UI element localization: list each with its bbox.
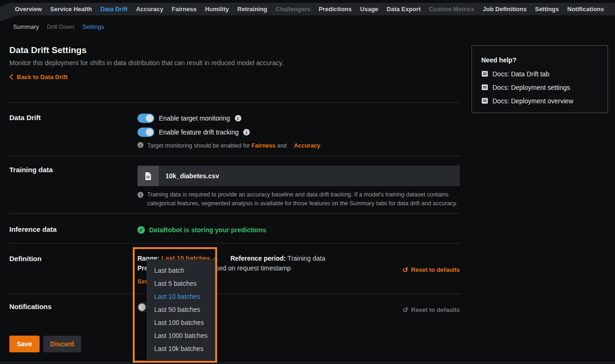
- tab-retraining[interactable]: Retraining: [237, 6, 267, 13]
- section-content-training-data: 10k_diabetes.csv i Training data is requ…: [137, 166, 460, 208]
- set-link[interactable]: Set: [137, 278, 147, 285]
- notifications-actions: ↺ Reset to defaults: [395, 303, 460, 314]
- tab-predictions[interactable]: Predictions: [319, 6, 352, 13]
- docs-link-label: Docs: Deployment overview: [492, 97, 574, 105]
- target-monitoring-row: Enable target monitoring i: [137, 114, 460, 123]
- target-monitoring-toggle[interactable]: [137, 114, 154, 123]
- note-text: Target monitoring should be enabled for …: [147, 142, 322, 149]
- info-icon: i: [137, 192, 144, 198]
- accuracy-link[interactable]: Accuracy: [294, 142, 320, 149]
- inference-status-text: DataRobot is storing your predictions: [149, 226, 266, 234]
- check-circle-icon: ✓: [137, 226, 145, 234]
- inference-status-row: ✓ DataRobot is storing your predictions: [137, 225, 460, 235]
- training-data-file[interactable]: 10k_diabetes.csv: [137, 166, 460, 186]
- tab-humility[interactable]: Humility: [205, 6, 229, 13]
- fairness-link[interactable]: Fairness: [252, 142, 275, 149]
- range-option-last-10k-batches[interactable]: Last 10k batches: [147, 342, 215, 355]
- tab-notifications[interactable]: Notifications: [567, 6, 604, 13]
- notifications-reset-to-defaults: ↺ Reset to defaults: [403, 306, 460, 313]
- info-icon[interactable]: i: [243, 129, 250, 135]
- reference-period-value: Training data: [287, 255, 325, 262]
- section-label-inference-data: Inference data: [9, 225, 137, 234]
- action-buttons: Save Discard: [9, 336, 460, 352]
- discard-button[interactable]: Discard: [43, 336, 81, 352]
- tab-usage[interactable]: Usage: [360, 6, 378, 13]
- range-option-last-1000-batches[interactable]: Last 1000 batches: [147, 329, 215, 342]
- section-content-data-drift: Enable target monitoring i Enable featur…: [137, 114, 460, 149]
- section-definition: Definition Range: Last 10 batchesReferen…: [9, 243, 460, 294]
- note-text-prefix: Target monitoring should be enabled for: [147, 142, 250, 149]
- range-option-last-10-batches[interactable]: Last 10 batches: [147, 290, 215, 303]
- info-icon[interactable]: i: [235, 115, 241, 121]
- range-option-last-100-batches[interactable]: Last 100 batches: [147, 316, 215, 329]
- section-notifications: Notifications ↺ Reset to defaults: [9, 294, 460, 317]
- reset-icon: ↺: [403, 267, 409, 273]
- section-inference-data: Inference data ✓ DataRobot is storing yo…: [9, 214, 460, 243]
- training-data-note: i Training data is required to provide a…: [137, 190, 460, 208]
- training-data-filename: 10k_diabetes.csv: [165, 172, 219, 180]
- file-icon-cell: [137, 166, 159, 186]
- feature-drift-label: Enable feature drift tracking: [159, 128, 239, 136]
- file-icon: [145, 172, 151, 180]
- tab-challengers: Challengers: [276, 6, 310, 13]
- reference-period-label: Reference period:: [230, 255, 286, 262]
- toggle-knob: [146, 115, 153, 122]
- tab-data-drift[interactable]: Data Drift: [100, 6, 128, 13]
- training-note-text: Training data is required to provide an …: [147, 190, 460, 208]
- bottom-divider: [0, 363, 615, 363]
- tab-overview[interactable]: Overview: [15, 6, 42, 13]
- range-option-last-50-batches[interactable]: Last 50 batches: [147, 303, 215, 316]
- book-icon: [481, 71, 488, 77]
- tab-settings[interactable]: Settings: [535, 6, 559, 13]
- range-option-last-5-batches[interactable]: Last 5 batches: [147, 277, 215, 290]
- reset-label: Reset to defaults: [411, 266, 460, 273]
- section-training-data: Training data 10k_diabetes.csv i: [9, 156, 460, 213]
- section-label-training-data: Training data: [9, 166, 137, 174]
- toggle-knob: [146, 128, 153, 136]
- book-icon: [481, 98, 488, 104]
- section-label-notifications: Notifications: [9, 303, 137, 311]
- book-icon: [481, 84, 488, 90]
- section-label-data-drift: Data Drift: [9, 114, 137, 122]
- docs-link-data-drift-tab[interactable]: Docs: Data Drift tab: [481, 70, 598, 77]
- sub-nav: Summary Drill Down Settings: [13, 23, 104, 30]
- target-monitoring-note: i Target monitoring should be enabled fo…: [137, 142, 460, 149]
- note-and: and: [277, 142, 287, 149]
- tab-custom-metrics: Custom Metrics: [429, 6, 475, 13]
- save-button[interactable]: Save: [9, 336, 40, 352]
- target-monitoring-label: Enable target monitoring: [159, 115, 230, 122]
- tab-job-definitions[interactable]: Job Definitions: [483, 6, 526, 13]
- deployment-settings-screen: Overview Service Health Data Drift Accur…: [0, 0, 615, 364]
- docs-link-deployment-settings[interactable]: Docs: Deployment settings: [481, 84, 598, 91]
- note-period: .: [320, 142, 321, 149]
- definition-reset-to-defaults[interactable]: ↺ Reset to defaults: [403, 266, 460, 273]
- feature-drift-row: Enable feature drift tracking i: [137, 128, 460, 137]
- toggle-knob: [138, 303, 146, 311]
- reset-icon: ↺: [403, 307, 409, 313]
- back-link-label: Back to Data Drift: [17, 74, 68, 81]
- tab-data-export[interactable]: Data Export: [387, 6, 421, 13]
- docs-link-label: Docs: Data Drift tab: [492, 70, 549, 78]
- docs-link-deployment-overview[interactable]: Docs: Deployment overview: [481, 97, 598, 104]
- subtab-summary[interactable]: Summary: [13, 23, 39, 30]
- top-nav: Overview Service Health Data Drift Accur…: [0, 3, 615, 15]
- section-label-definition: Definition: [9, 255, 137, 263]
- back-to-data-drift-link[interactable]: Back to Data Drift: [9, 74, 68, 80]
- docs-link-label: Docs: Deployment settings: [492, 84, 570, 91]
- tab-accuracy[interactable]: Accuracy: [136, 6, 164, 13]
- chevron-left-icon: [9, 74, 13, 80]
- need-help-panel: Need help? Docs: Data Drift tab Docs: De…: [472, 45, 608, 113]
- tab-service-health[interactable]: Service Health: [50, 6, 92, 13]
- range-option-last-batch[interactable]: Last batch: [147, 264, 215, 277]
- section-content-inference-data: ✓ DataRobot is storing your predictions: [137, 225, 460, 235]
- page-title: Data Drift Settings: [9, 45, 460, 55]
- feature-drift-toggle[interactable]: [137, 128, 154, 137]
- prediction-timestamp-value: Based on request timestamp: [208, 264, 291, 272]
- info-icon: i: [137, 142, 144, 148]
- main-content: Data Drift Settings Monitor this deploym…: [9, 45, 460, 352]
- page-subtitle: Monitor this deployment for shifts in da…: [9, 59, 460, 67]
- definition-actions: ↺ Reset to defaults: [395, 255, 460, 274]
- tab-fairness[interactable]: Fairness: [172, 6, 197, 13]
- subtab-settings[interactable]: Settings: [82, 23, 104, 30]
- section-data-drift: Data Drift Enable target monitoring i En…: [9, 103, 460, 156]
